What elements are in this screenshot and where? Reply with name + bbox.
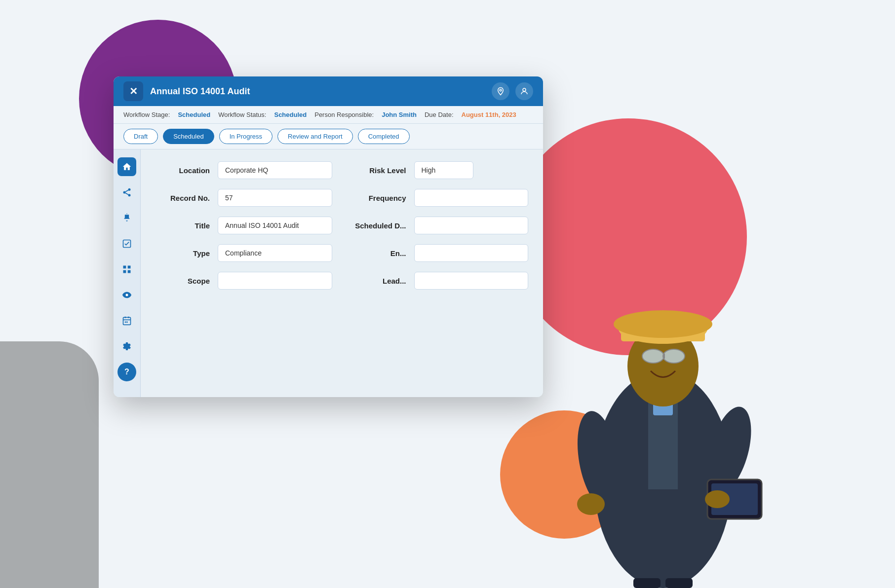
bg-shadow [0,341,99,588]
label-type: Type [156,249,210,257]
logo-icon: ✕ [129,85,138,97]
app-body: ? Location Record No. Title [114,149,543,397]
sidebar: ? [114,149,141,397]
tab-review-report[interactable]: Review and Report [277,129,353,144]
field-en: En... [352,244,529,262]
location-icon-btn[interactable] [492,82,509,100]
label-en: En... [352,249,406,257]
person-label: Person Responsible: [314,111,374,118]
svg-point-27 [614,310,712,338]
input-risk-level[interactable] [414,161,473,179]
input-location[interactable] [218,161,332,179]
form-area: Location Record No. Title Type [141,149,543,397]
svg-rect-17 [125,322,126,323]
label-scheduled-date: Scheduled D... [352,221,406,230]
sidebar-item-calendar[interactable] [117,311,136,330]
logo: ✕ [123,81,143,101]
sidebar-item-grid[interactable] [117,260,136,279]
app-window: ✕ Annual ISO 14001 Audit Workflow Stage:… [114,76,543,397]
worker-illustration [540,203,786,588]
form-left-col: Location Record No. Title Type [156,161,332,299]
user-icon-btn[interactable] [515,82,533,100]
status-label: Workflow Status: [218,111,266,118]
tab-draft[interactable]: Draft [123,129,158,144]
stage-label: Workflow Stage: [123,111,170,118]
stage-tabs: Draft Scheduled In Progress Review and R… [114,124,543,149]
svg-rect-31 [663,354,665,359]
field-lead: Lead... [352,272,529,290]
tab-in-progress[interactable]: In Progress [219,129,272,144]
sidebar-item-help[interactable]: ? [117,363,136,381]
app-header: ✕ Annual ISO 14001 Audit [114,76,543,106]
svg-rect-11 [128,270,131,273]
label-risk-level: Risk Level [352,166,406,175]
svg-rect-39 [665,578,693,588]
svg-rect-9 [128,266,131,269]
field-title: Title [156,217,332,234]
svg-point-12 [126,294,128,296]
svg-point-3 [123,191,126,194]
svg-rect-10 [123,270,126,273]
svg-rect-13 [123,317,131,325]
svg-line-5 [125,193,128,194]
input-frequency[interactable] [414,189,529,207]
sidebar-item-eye[interactable] [117,286,136,304]
form-grid: Location Record No. Title Type [156,161,528,299]
svg-line-6 [125,190,128,191]
svg-point-34 [577,493,605,515]
workflow-bar: Workflow Stage: Scheduled Workflow Statu… [114,106,543,124]
person-value: John Smith [382,111,417,118]
field-record-no: Record No. [156,189,332,207]
due-value: August 11th, 2023 [462,111,516,118]
tab-scheduled[interactable]: Scheduled [163,129,214,144]
svg-point-37 [705,490,730,508]
svg-rect-38 [633,578,661,588]
input-scope[interactable] [218,272,332,290]
input-type[interactable] [218,244,332,262]
sidebar-item-share[interactable] [117,183,136,202]
svg-point-2 [128,188,131,191]
input-scheduled-date[interactable] [414,217,529,234]
svg-rect-8 [123,266,126,269]
tab-completed[interactable]: Completed [358,129,410,144]
field-location: Location [156,161,332,179]
field-risk-level: Risk Level [352,161,529,179]
status-value: Scheduled [274,111,307,118]
field-scope: Scope [156,272,332,290]
label-frequency: Frequency [352,194,406,202]
form-right-col: Risk Level Frequency Scheduled D... En..… [352,161,529,299]
sidebar-item-check[interactable] [117,234,136,253]
field-frequency: Frequency [352,189,529,207]
input-lead[interactable] [414,272,529,290]
input-title[interactable] [218,217,332,234]
label-lead: Lead... [352,277,406,285]
stage-value: Scheduled [178,111,210,118]
svg-point-4 [128,194,131,196]
input-record-no[interactable] [218,189,332,207]
input-en[interactable] [414,244,529,262]
svg-rect-18 [126,322,128,323]
label-location: Location [156,166,210,175]
app-title: Annual ISO 14001 Audit [150,86,485,97]
field-scheduled-date: Scheduled D... [352,217,529,234]
svg-point-0 [500,89,502,91]
due-label: Due Date: [425,111,454,118]
svg-point-1 [523,88,526,91]
label-scope: Scope [156,277,210,285]
header-actions [492,82,533,100]
svg-point-29 [663,349,685,363]
label-record-no: Record No. [156,194,210,202]
sidebar-item-settings[interactable] [117,337,136,356]
sidebar-item-pin[interactable] [117,209,136,227]
label-title: Title [156,221,210,230]
sidebar-item-home[interactable] [117,157,136,176]
field-type: Type [156,244,332,262]
svg-point-28 [642,349,664,363]
